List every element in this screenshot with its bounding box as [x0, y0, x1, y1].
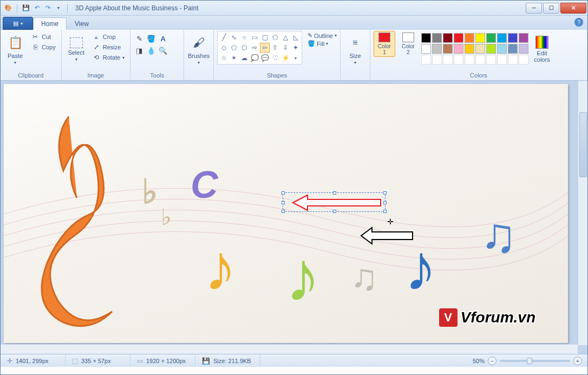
- magnifier-tool-icon[interactable]: 🔍: [158, 45, 168, 56]
- canvas-area: ♭ ♭ C ♪ ♪ ♫ ♪ ♫ ✛: [1, 81, 587, 354]
- shape-diamond-icon[interactable]: ◇: [219, 43, 228, 53]
- palette-swatch[interactable]: [519, 44, 528, 54]
- rotate-button[interactable]: ⟲Rotate ▾: [90, 53, 127, 62]
- shape-hexagon-icon[interactable]: ⬡: [239, 43, 249, 53]
- shape-triangle-icon[interactable]: △: [280, 33, 290, 42]
- shape-rect-icon[interactable]: ▭: [250, 33, 259, 42]
- palette-swatch[interactable]: [421, 33, 431, 43]
- zoom-in-button[interactable]: +: [573, 357, 582, 365]
- fill-dropdown[interactable]: 🪣Fill▾: [308, 40, 337, 47]
- file-menu-button[interactable]: ▤▾: [3, 17, 33, 30]
- paste-button[interactable]: 📋 Paste ▾: [4, 31, 27, 68]
- shape-arrow-d-icon[interactable]: ⇩: [280, 43, 290, 53]
- palette-swatch-empty[interactable]: [497, 55, 507, 64]
- pencil-tool-icon[interactable]: ✎: [134, 33, 145, 44]
- picker-tool-icon[interactable]: 💧: [146, 45, 156, 56]
- shape-pentagon-icon[interactable]: ⬠: [229, 43, 239, 53]
- canvas[interactable]: ♭ ♭ C ♪ ♪ ♫ ♪ ♫ ✛: [4, 84, 568, 343]
- zoom-out-button[interactable]: −: [488, 357, 496, 365]
- zoom-slider-thumb[interactable]: [527, 358, 532, 364]
- size-button[interactable]: ≡ Size ▾: [344, 31, 367, 68]
- save-icon[interactable]: 💾: [22, 4, 30, 12]
- edit-colors-button[interactable]: Edit colors: [531, 31, 553, 68]
- undo-icon[interactable]: ↶: [32, 4, 41, 12]
- shape-callout-oval-icon[interactable]: 💭: [250, 53, 259, 63]
- shape-oval-icon[interactable]: ○: [239, 33, 249, 42]
- qat-dropdown-icon[interactable]: ▾: [54, 4, 63, 12]
- tab-view[interactable]: View: [67, 17, 97, 30]
- palette-swatch-empty[interactable]: [443, 55, 453, 64]
- watermark-badge: V: [439, 308, 458, 327]
- palette-swatch[interactable]: [486, 44, 496, 54]
- palette-swatch[interactable]: [465, 33, 474, 43]
- palette-swatch[interactable]: [508, 44, 518, 54]
- palette-swatch[interactable]: [475, 33, 485, 43]
- shape-callout-cloud-icon[interactable]: 💬: [260, 53, 270, 63]
- close-button[interactable]: ✕: [560, 3, 586, 14]
- copy-button[interactable]: ⎘Copy: [29, 42, 58, 52]
- palette-swatch-empty[interactable]: [475, 55, 485, 64]
- text-tool-icon[interactable]: A: [158, 33, 168, 44]
- ribbon: 📋 Paste ▾ ✂Cut ⎘Copy Clipboard Select ▾ …: [1, 30, 587, 81]
- palette-swatch-empty[interactable]: [486, 55, 496, 64]
- palette-swatch-empty[interactable]: [432, 55, 442, 64]
- shape-arrow-r-icon[interactable]: ⇨: [250, 43, 259, 53]
- shape-heart-icon[interactable]: ♡: [270, 53, 280, 63]
- shapes-gallery[interactable]: ╱ ∿ ○ ▭ ▢ ⬠ △ ◺ ◇ ⬠ ⬡ ⇨ ⇦ ⇧ ⇩ ✦ ☆ ✶ ☁ 💭: [217, 31, 302, 64]
- palette-swatch[interactable]: [443, 44, 453, 54]
- palette-swatch[interactable]: [486, 33, 496, 43]
- selection-box[interactable]: [283, 192, 386, 212]
- vertical-scrollbar[interactable]: [578, 81, 587, 345]
- palette-swatch[interactable]: [421, 44, 431, 54]
- shape-star6-icon[interactable]: ✶: [229, 53, 239, 63]
- redo-icon[interactable]: ↷: [43, 4, 52, 12]
- palette-swatch[interactable]: [519, 33, 528, 43]
- eraser-tool-icon[interactable]: ◨: [134, 45, 145, 56]
- horizontal-scrollbar[interactable]: [1, 344, 578, 354]
- zoom-slider[interactable]: [500, 360, 570, 362]
- shape-rtriangle-icon[interactable]: ◺: [291, 33, 300, 42]
- shape-star4-icon[interactable]: ✦: [291, 43, 300, 53]
- resize-icon: ⤢: [92, 43, 101, 51]
- shape-roundrect-icon[interactable]: ▢: [260, 33, 270, 42]
- minimize-button[interactable]: ─: [526, 3, 542, 14]
- palette-swatch[interactable]: [443, 33, 453, 43]
- color-2-button[interactable]: Color 2: [397, 31, 419, 57]
- palette-swatch-empty[interactable]: [519, 55, 528, 64]
- help-icon[interactable]: ?: [574, 18, 583, 27]
- fill-tool-icon[interactable]: 🪣: [146, 33, 156, 44]
- palette-swatch[interactable]: [497, 33, 507, 43]
- palette-swatch[interactable]: [432, 33, 442, 43]
- maximize-button[interactable]: ☐: [543, 3, 559, 14]
- scrollbar-thumb[interactable]: [579, 112, 587, 177]
- cut-button[interactable]: ✂Cut: [29, 32, 58, 42]
- shape-callout-rnd-icon[interactable]: ☁: [239, 53, 249, 63]
- palette-swatch[interactable]: [465, 44, 474, 54]
- palette-swatch[interactable]: [497, 44, 507, 54]
- dimensions-icon: ▭: [137, 357, 143, 365]
- shapes-more-icon[interactable]: ▾: [291, 53, 300, 63]
- palette-swatch[interactable]: [508, 33, 518, 43]
- palette-swatch[interactable]: [454, 33, 463, 43]
- palette-swatch[interactable]: [432, 44, 442, 54]
- outline-dropdown[interactable]: ✎Outline▾: [308, 32, 337, 39]
- shape-curve-icon[interactable]: ∿: [229, 33, 239, 42]
- palette-swatch[interactable]: [454, 44, 463, 54]
- shape-star5-icon[interactable]: ☆: [219, 53, 228, 63]
- palette-swatch[interactable]: [475, 44, 485, 54]
- shape-lightning-icon[interactable]: ⚡: [280, 53, 290, 63]
- resize-button[interactable]: ⤢Resize: [90, 42, 127, 52]
- palette-swatch-empty[interactable]: [454, 55, 463, 64]
- color-1-button[interactable]: Color 1: [374, 31, 395, 57]
- shape-arrow-l-icon[interactable]: ⇦: [260, 43, 270, 53]
- shape-polygon-icon[interactable]: ⬠: [270, 33, 280, 42]
- shape-arrow-u-icon[interactable]: ⇧: [270, 43, 280, 53]
- select-button[interactable]: Select ▾: [65, 31, 88, 68]
- palette-swatch-empty[interactable]: [508, 55, 518, 64]
- tab-home[interactable]: Home: [33, 17, 67, 30]
- palette-swatch-empty[interactable]: [465, 55, 474, 64]
- shape-line-icon[interactable]: ╱: [219, 33, 228, 42]
- palette-swatch-empty[interactable]: [421, 55, 431, 64]
- brushes-button[interactable]: 🖌 Brushes ▾: [187, 31, 210, 68]
- crop-button[interactable]: ⟁Crop: [90, 32, 127, 42]
